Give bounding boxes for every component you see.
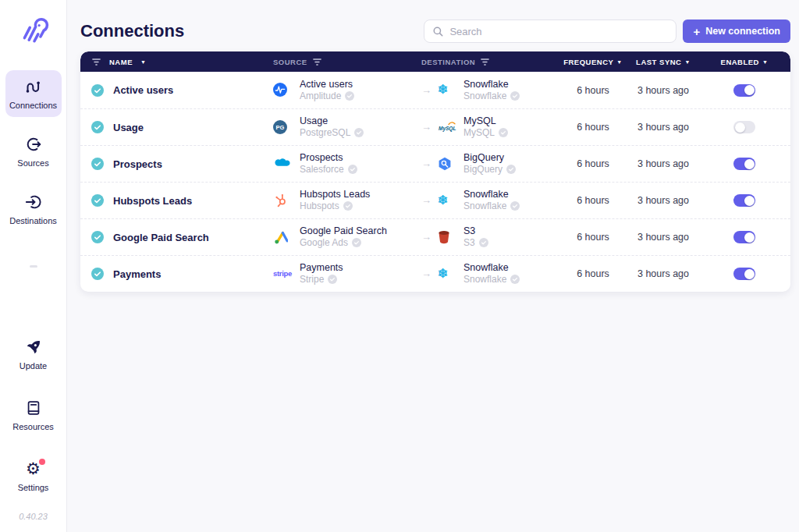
new-connection-button[interactable]: + New connection	[683, 20, 790, 43]
column-header-destination[interactable]: DESTINATION	[414, 57, 558, 67]
source-title: Prospects	[300, 152, 357, 164]
snowflake-icon: ❄	[438, 266, 458, 282]
arrow-right-icon: →	[421, 84, 432, 96]
enabled-cell	[698, 231, 790, 243]
last-sync-value: 3 hours ago	[637, 232, 689, 243]
enabled-toggle[interactable]	[733, 84, 755, 97]
source-title: Active users	[300, 79, 354, 90]
verified-badge-icon	[506, 165, 516, 174]
enabled-toggle[interactable]	[733, 121, 755, 133]
destination-title: MySQL	[463, 115, 508, 127]
destination-connector: BigQuery	[463, 164, 502, 175]
bigquery-icon	[438, 156, 458, 172]
status-check-icon	[91, 231, 104, 243]
frequency-cell: 6 hours	[558, 232, 628, 243]
connection-row[interactable]: Usage PG Usage PostgreSQL → MySQL	[80, 108, 790, 145]
sidebar-nav: Connections Sources	[5, 70, 62, 232]
status-check-icon	[91, 158, 104, 170]
last-sync-cell: 3 hours ago	[628, 195, 698, 206]
gear-icon: ⚙	[26, 459, 41, 478]
toggle-knob	[744, 196, 755, 206]
source-cell: Google Paid Search Google Ads	[265, 225, 414, 248]
snowflake-icon: ❄	[438, 82, 458, 98]
column-header-source[interactable]: SOURCE	[265, 57, 414, 67]
sidebar-item-label: Connections	[9, 101, 57, 110]
snowflake-icon: ❄	[438, 193, 458, 208]
source-cell: Prospects Salesforce	[265, 152, 414, 175]
connection-row[interactable]: Hubspots Leads Hubspots Leads Hubspots	[80, 182, 790, 218]
table-body: Active users Active users Amplitude →	[80, 72, 790, 292]
status-check-icon	[91, 268, 104, 280]
sidebar-item-connections[interactable]: Connections	[5, 70, 62, 117]
source-connector: Amplitude	[300, 90, 341, 101]
name-cell: Hubspots Leads	[80, 194, 265, 207]
sidebar-item-resources[interactable]: Resources	[5, 392, 62, 438]
enabled-cell	[698, 158, 790, 170]
sidebar-item-label: Update	[20, 361, 47, 371]
source-title: Hubspots Leads	[300, 189, 370, 200]
column-header-name[interactable]: NAME▼	[80, 57, 265, 67]
source-cell: PG Usage PostgreSQL	[265, 115, 414, 138]
mysql-icon: MySQL	[438, 119, 458, 135]
filter-icon[interactable]	[91, 57, 101, 67]
enabled-toggle[interactable]	[733, 194, 755, 207]
search-input[interactable]	[449, 26, 668, 37]
column-header-frequency[interactable]: FREQUENCY▼	[558, 58, 628, 66]
destination-cell: → ❄ Snowflake Snowflake	[414, 262, 558, 285]
sidebar-divider	[30, 265, 37, 268]
source-title: Google Paid Search	[300, 225, 387, 237]
source-connector: Stripe	[300, 274, 324, 285]
connection-row[interactable]: Google Paid Search Google Paid Search Go…	[80, 218, 790, 255]
svg-text:PG: PG	[276, 124, 285, 131]
page-title: Connections	[80, 21, 184, 41]
sidebar-item-label: Resources	[12, 422, 54, 431]
enabled-toggle[interactable]	[733, 231, 755, 243]
connection-row[interactable]: Active users Active users Amplitude →	[80, 72, 790, 108]
toggle-knob	[744, 159, 755, 169]
filter-icon[interactable]	[480, 57, 490, 67]
enabled-cell	[698, 268, 790, 280]
stripe-icon: stripe	[273, 266, 293, 282]
connection-name: Payments	[113, 268, 161, 280]
table-header: NAME▼SOURCEDESTINATIONFREQUENCY▼LAST SYN…	[80, 51, 790, 72]
last-sync-value: 3 hours ago	[637, 122, 689, 133]
connection-row[interactable]: Payments stripe Payments Stripe →	[80, 255, 790, 292]
sidebar-item-settings[interactable]: ⚙ Settings	[5, 452, 62, 499]
verified-badge-icon	[479, 238, 488, 247]
frequency-cell: 6 hours	[558, 268, 628, 279]
column-header-enabled[interactable]: ENABLED▼	[698, 58, 790, 66]
connection-row[interactable]: Prospects Prospects Salesforce →	[80, 145, 790, 182]
rocket-icon	[25, 338, 42, 356]
destination-connector: Snowflake	[463, 274, 506, 285]
verified-badge-icon	[328, 275, 337, 284]
status-check-icon	[91, 121, 104, 133]
enabled-toggle[interactable]	[733, 158, 755, 170]
amplitude-icon	[273, 82, 293, 98]
sort-caret-icon: ▼	[762, 59, 768, 65]
toggle-knob	[744, 232, 755, 243]
filter-icon[interactable]	[312, 57, 322, 67]
verified-badge-icon	[348, 165, 357, 174]
search-box[interactable]	[424, 20, 676, 43]
frequency-value: 6 hours	[577, 85, 609, 96]
verified-badge-icon	[345, 91, 354, 101]
main-content: Connections + New connection	[67, 0, 799, 532]
frequency-value: 6 hours	[577, 122, 609, 133]
sidebar-item-destinations[interactable]: Destinations	[5, 186, 62, 232]
column-header-last-sync[interactable]: LAST SYNC▼	[628, 58, 698, 66]
last-sync-value: 3 hours ago	[637, 268, 689, 279]
sidebar-item-update[interactable]: Update	[5, 331, 62, 378]
status-check-icon	[91, 194, 104, 207]
destination-connector: S3	[463, 237, 475, 248]
sort-caret-icon: ▼	[616, 59, 622, 65]
source-cell: Active users Amplitude	[265, 79, 414, 101]
toggle-knob	[735, 122, 745, 133]
sidebar-item-sources[interactable]: Sources	[5, 128, 62, 175]
enabled-toggle[interactable]	[733, 268, 755, 280]
svg-text:MySQL: MySQL	[439, 126, 456, 132]
toggle-knob	[744, 85, 755, 95]
destination-title: Snowflake	[463, 262, 520, 274]
verified-badge-icon	[354, 128, 364, 137]
sort-caret-icon: ▼	[140, 59, 146, 65]
connection-name: Usage	[113, 122, 144, 133]
